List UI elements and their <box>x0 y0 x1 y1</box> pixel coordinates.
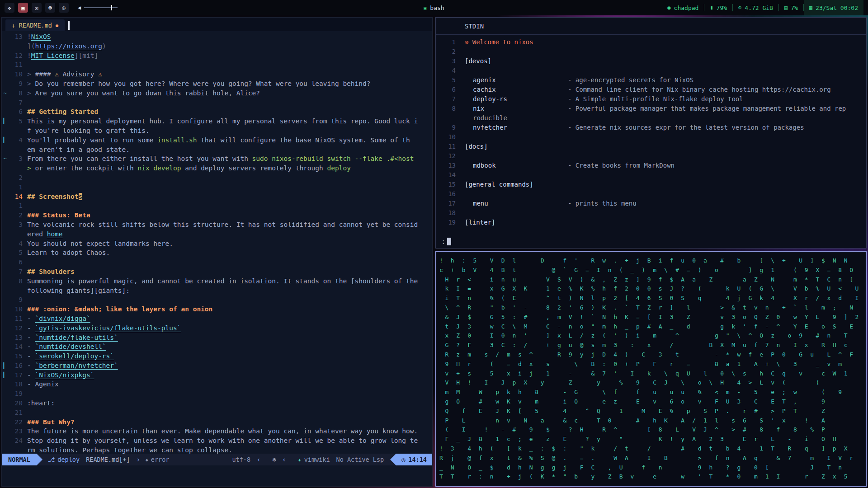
editor-line[interactable]: ▎5This is my personal deployment hub. I … <box>2 117 432 126</box>
line-number: 4 <box>8 136 23 145</box>
editor-line[interactable]: rm solutions. Perhaps together we can st… <box>2 446 432 454</box>
status-disk[interactable]: ▤7% <box>779 0 803 15</box>
editor-line[interactable]: 14## Screenshots <box>2 192 432 202</box>
editor-line[interactable]: following giants][giants]: <box>2 286 432 296</box>
statusline-right: utf-8 ‹ ❄ ‹ ✦ vimwiki No Active Lsp ◷ 14… <box>232 454 432 465</box>
editor-line[interactable]: 7 <box>2 98 432 108</box>
editor-line[interactable]: 21 <box>2 408 432 418</box>
editor-line[interactable]: ered home <box>2 230 432 239</box>
editor-line[interactable]: em aren't in a good state. <box>2 145 432 155</box>
workspace-misc[interactable]: ☮ <box>59 3 69 13</box>
git-branch[interactable]: ⎇ deploy <box>48 456 80 463</box>
editor-line[interactable]: 11- `divnix/digga` <box>2 314 432 324</box>
package-name: menu <box>465 199 568 208</box>
volume-slider[interactable] <box>84 7 118 8</box>
editor-line[interactable]: ~3From there you can either install the … <box>2 154 432 164</box>
line-number: 10 <box>8 305 23 314</box>
editor-line[interactable]: ▎4You'll probably want to run some insta… <box>2 136 432 145</box>
editor-line[interactable]: 12!MIT License][mit] <box>2 51 432 61</box>
editor-line[interactable]: 23The future is more uncertain than ever… <box>2 427 432 436</box>
editor-line[interactable]: 1 <box>2 183 432 192</box>
editor-line[interactable]: ▎17- `NixOS/nixpkgs` <box>2 371 432 380</box>
editor-line[interactable]: 14- `numtide/devshell` <box>2 342 432 352</box>
editor-line[interactable]: 10### :onion: &mdash; like the layers of… <box>2 305 432 314</box>
pager-line: 3[devos] <box>436 56 866 66</box>
status-battery[interactable]: ▮79% <box>704 0 732 15</box>
line-text: This is my personal deployment hub. I co… <box>23 117 418 126</box>
status-user[interactable]: ●chadpad <box>662 0 704 15</box>
pager-line: 12 <box>436 151 866 161</box>
editor-line[interactable]: > or enter the cockpit with nix develop … <box>2 164 432 173</box>
editor-line[interactable]: 9> Do you remember how you got here? Whe… <box>2 79 432 89</box>
status-battery-icon: ▮ <box>710 5 713 11</box>
editor-line[interactable]: 13- `numtide/flake-utils` <box>2 333 432 343</box>
line-number: 9 <box>8 79 23 89</box>
editor-line[interactable]: ](https://nixos.org) <box>2 42 432 51</box>
volume-slider-thumb[interactable] <box>111 5 112 10</box>
error-label: error <box>151 456 170 463</box>
line-text: em aren't in a good state. <box>23 145 130 155</box>
editor-line[interactable]: 12- `gytis-ivaskevicius/flake-utils-plus… <box>2 324 432 333</box>
workspace-launcher[interactable]: ❖ <box>5 3 14 13</box>
text-segment: sudo nixos-rebuild switch --flake .#<hos… <box>252 155 414 162</box>
editor-line[interactable]: 11 <box>2 60 432 70</box>
text-segment: s <box>79 193 83 200</box>
gutter-sign: ▎ <box>2 136 8 145</box>
statusline-filename[interactable]: README.md[+] <box>86 456 130 463</box>
pager-line-number: 2 <box>436 47 456 56</box>
editor-line[interactable]: 3The volcanic rock still shifts below th… <box>2 220 432 230</box>
statusline-error[interactable]: ◆ error <box>146 456 170 463</box>
wrapped-text: roducible <box>465 113 507 123</box>
text-segment: ]( <box>27 42 35 50</box>
editor-buffer[interactable]: 13!NixOS ](https://nixos.org) 12!MIT Lic… <box>2 31 432 454</box>
editor-line[interactable]: 20:heart: <box>2 399 432 408</box>
editor-line[interactable]: 5Learn to adopt Chaos. <box>2 248 432 258</box>
editor-line[interactable]: 6## Getting Started <box>2 107 432 117</box>
nix-snowflake-icon: ❄ <box>272 456 276 463</box>
editor-line[interactable]: 19 <box>2 389 432 399</box>
editor-line[interactable]: 22### But Why? <box>2 418 432 427</box>
editor-line[interactable]: 24Stop doing it by yourself, unless we l… <box>2 436 432 446</box>
pager-prompt[interactable]: : <box>436 235 866 248</box>
gutter-sign <box>2 164 8 173</box>
pager-line-number: 1 <box>436 38 456 47</box>
gutter-sign <box>2 258 8 267</box>
editor-line[interactable]: 10> #### ⚠ Advisory ⚠ <box>2 70 432 79</box>
workspace-ghost[interactable]: ☻ <box>45 3 55 13</box>
tab-readme[interactable]: ⇣ README.md ● <box>5 19 65 31</box>
editor-line[interactable]: 1 <box>2 201 432 211</box>
editor-line[interactable]: 9 <box>2 295 432 305</box>
text-segment: > <box>27 89 35 97</box>
editor-line[interactable]: 4You should not expect landmarks here. <box>2 239 432 249</box>
editor-line[interactable]: 7## Shoulders <box>2 267 432 277</box>
workspace-terminal[interactable]: ▣ <box>18 3 28 13</box>
editor-line[interactable]: 18- Agenix <box>2 380 432 389</box>
editor-line[interactable]: 8Summoning is powerful magic, and cannot… <box>2 277 432 286</box>
pager-line-text: [docs] <box>456 142 488 151</box>
editor-line[interactable]: ~8> Are you sure you want to go down thi… <box>2 89 432 98</box>
status-clock[interactable]: ▦23/Sat 00:02 <box>804 0 863 15</box>
command-line[interactable] <box>2 465 432 486</box>
editor-line[interactable]: 6 <box>2 258 432 267</box>
editor-line[interactable]: ▎16- `berberman/nvfetcher` <box>2 361 432 371</box>
text-segment: following giants][giants]: <box>27 287 130 294</box>
volume-control[interactable]: ◀ <box>78 5 118 11</box>
powerline-separator <box>37 454 42 465</box>
line-number: 11 <box>8 60 23 70</box>
line-text: From there you can either install the ho… <box>23 154 414 164</box>
line-number: 13 <box>8 333 23 343</box>
line-number: 8 <box>8 89 23 98</box>
editor-line[interactable]: 2 <box>2 173 432 183</box>
editor-line[interactable]: 13!NixOS <box>2 32 432 42</box>
editor-line[interactable]: f you're looking to graft this. <box>2 126 432 136</box>
pager-line-text: mdbook- Create books from MarkDown <box>456 161 675 170</box>
glyph-row: V H ! I J p X y Z y % 9 C J \ o \ H 4 > … <box>439 378 863 388</box>
editor-line[interactable]: 15- `serokell/deploy-rs` <box>2 352 432 361</box>
pager-content[interactable]: 1⚒ Welcome to nixos23[devos]45agenix- ag… <box>436 35 866 235</box>
topbar-left: ❖▣✉☻☮ ◀ <box>5 3 118 13</box>
editor-line[interactable]: 2### Status: Beta <box>2 211 432 220</box>
workspace-chat[interactable]: ✉ <box>32 3 42 13</box>
line-text: - `divnix/digga` <box>23 314 90 324</box>
gutter-sign <box>2 436 8 446</box>
status-memory[interactable]: ⊕4.72 GiB <box>733 0 778 15</box>
